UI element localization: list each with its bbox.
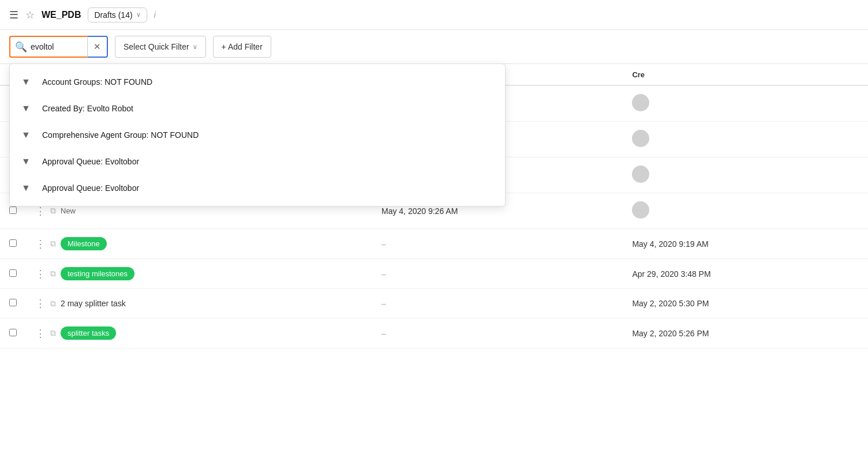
row-created-time: May 2, 2020 5:30 PM: [623, 289, 868, 318]
clear-icon: ✕: [93, 42, 101, 52]
filter-bar: 🔍 ✕ Select Quick Filter ∨ + Add Filter ▼…: [0, 30, 868, 64]
dropdown-item-1[interactable]: ▼ Account Groups: NOT FOUND: [10, 69, 505, 95]
quick-filter-label: Select Quick Filter: [124, 42, 189, 51]
table-row: ⋮ ⧉ 2 may splitter task – May 2, 2020 5:…: [0, 289, 868, 318]
row-created-by: [623, 85, 868, 122]
row-name-cell: ⋮ ⧉ Milestone: [26, 229, 372, 259]
filter-icon-5: ▼: [21, 183, 33, 193]
add-filter-label: + Add Filter: [222, 42, 263, 51]
filter-icon-1: ▼: [21, 77, 33, 87]
row-checkbox[interactable]: [9, 269, 17, 277]
milestone-badge: Milestone: [61, 237, 107, 250]
search-input[interactable]: [31, 42, 83, 51]
avatar: [632, 130, 649, 147]
row-dash: –: [372, 229, 623, 259]
dropdown-item-3[interactable]: ▼ Comprehensive Agent Group: NOT FOUND: [10, 122, 505, 148]
dropdown-item-label-4: Approval Queue: Evoltobor: [42, 157, 139, 166]
row-copy-icon[interactable]: ⧉: [50, 299, 56, 309]
row-checkbox-cell: [0, 229, 26, 259]
row-checkbox-cell: [0, 289, 26, 318]
row-checkbox[interactable]: [9, 207, 17, 214]
row-name-cell: ⋮ ⧉ testing milestones: [26, 259, 372, 289]
filter-dropdown: ▼ Account Groups: NOT FOUND ▼ Created By…: [9, 63, 506, 207]
search-clear-button[interactable]: ✕: [87, 36, 108, 58]
splitter-task-label: 2 may splitter task: [61, 299, 126, 308]
row-checkbox-cell: [0, 259, 26, 289]
avatar: [632, 166, 649, 183]
dropdown-item-2[interactable]: ▼ Created By: Evolto Robot: [10, 95, 505, 122]
row-dash: –: [372, 289, 623, 318]
row-copy-icon[interactable]: ⧉: [50, 328, 56, 338]
dropdown-item-5[interactable]: ▼ Approval Queue: Evoltobor: [10, 175, 505, 201]
table-row: ⋮ ⧉ Milestone – May 4, 2020 9:19 AM: [0, 229, 868, 259]
filter-icon-4: ▼: [21, 156, 33, 167]
row-created-time: May 2, 2020 5:26 PM: [623, 318, 868, 348]
avatar: [632, 94, 649, 111]
dropdown-item-label-5: Approval Queue: Evoltobor: [42, 183, 139, 193]
row-copy-icon[interactable]: ⧉: [50, 206, 56, 216]
page-title: WE_PDB: [42, 10, 81, 20]
row-checkbox[interactable]: [9, 329, 17, 336]
row-created-by: [623, 193, 868, 229]
search-combined: 🔍 ✕: [9, 36, 108, 58]
quick-filter-chevron-icon: ∨: [193, 43, 197, 51]
quick-filter-button[interactable]: Select Quick Filter ∨: [115, 36, 206, 58]
row-created-by: [623, 122, 868, 157]
row-dots-icon[interactable]: ⋮: [35, 238, 46, 250]
splitter-tasks-badge: splitter tasks: [61, 326, 116, 340]
star-icon[interactable]: ☆: [25, 9, 35, 21]
dropdown-item-4[interactable]: ▼ Approval Queue: Evoltobor: [10, 148, 505, 175]
new-badge: New: [61, 207, 76, 215]
row-created-time: Apr 29, 2020 3:48 PM: [623, 259, 868, 289]
add-filter-button[interactable]: + Add Filter: [213, 36, 271, 58]
row-created-time: May 4, 2020 9:19 AM: [623, 229, 868, 259]
dropdown-item-label-1: Account Groups: NOT FOUND: [42, 77, 152, 87]
avatar: [632, 201, 649, 219]
row-dash: –: [372, 259, 623, 289]
row-name-cell: ⋮ ⧉ 2 may splitter task: [26, 289, 372, 318]
drafts-button[interactable]: Drafts (14) ∨: [88, 7, 147, 22]
search-left-box: 🔍: [9, 36, 87, 58]
testing-milestones-badge: testing milestones: [61, 267, 134, 280]
drafts-chevron-icon: ∨: [136, 11, 141, 18]
filter-icon-3: ▼: [21, 130, 33, 140]
info-icon[interactable]: i: [154, 10, 156, 20]
created-by-label: Cre: [632, 70, 645, 79]
row-dash: –: [372, 318, 623, 348]
row-copy-icon[interactable]: ⧉: [50, 269, 56, 279]
row-checkbox[interactable]: [9, 299, 17, 306]
row-copy-icon[interactable]: ⧉: [50, 239, 56, 249]
drafts-label: Drafts (14): [94, 10, 132, 20]
dropdown-item-label-3: Comprehensive Agent Group: NOT FOUND: [42, 130, 199, 140]
th-created-by: Cre: [623, 64, 868, 85]
row-created-by: [623, 157, 868, 193]
hamburger-icon[interactable]: ☰: [9, 10, 18, 20]
table-row: ⋮ ⧉ testing milestones – Apr 29, 2020 3:…: [0, 259, 868, 289]
row-dots-icon[interactable]: ⋮: [35, 268, 46, 280]
dropdown-item-label-2: Created By: Evolto Robot: [42, 104, 133, 113]
row-dots-icon[interactable]: ⋮: [35, 327, 46, 340]
table-row: ⋮ ⧉ splitter tasks – May 2, 2020 5:26 PM: [0, 318, 868, 348]
top-bar: ☰ ☆ WE_PDB Drafts (14) ∨ i: [0, 0, 868, 30]
row-checkbox-cell: [0, 318, 26, 348]
row-dots-icon[interactable]: ⋮: [35, 297, 46, 310]
row-name-cell: ⋮ ⧉ splitter tasks: [26, 318, 372, 348]
row-checkbox[interactable]: [9, 239, 17, 247]
search-icon: 🔍: [15, 41, 27, 53]
filter-icon-2: ▼: [21, 103, 33, 114]
